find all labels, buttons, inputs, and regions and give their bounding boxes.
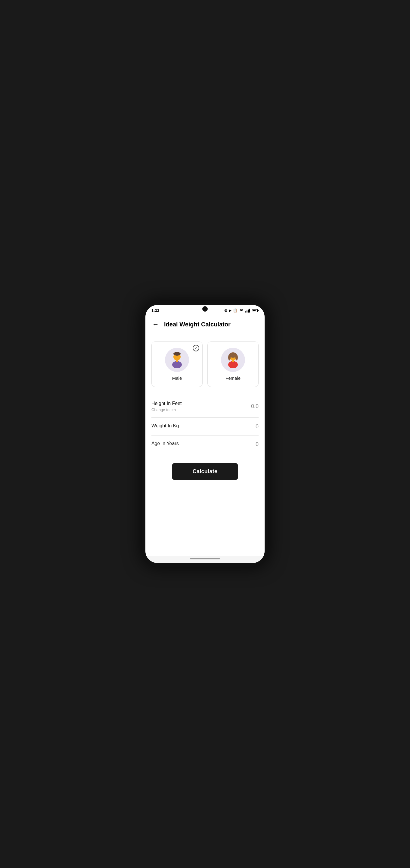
- height-label: Height In Feet: [151, 401, 182, 406]
- signal-icon: [245, 308, 250, 313]
- battery-icon: [252, 309, 259, 312]
- home-indicator: [145, 556, 265, 563]
- male-checkmark: ✓: [193, 345, 199, 351]
- weight-label-group: Weight In Kg: [151, 423, 179, 430]
- weight-label: Weight In Kg: [151, 423, 179, 429]
- svg-point-1: [173, 352, 181, 355]
- calculate-button[interactable]: Calculate: [172, 463, 238, 480]
- female-label: Female: [226, 375, 241, 381]
- female-avatar: [221, 348, 245, 372]
- gender-female-card[interactable]: Female: [207, 341, 259, 387]
- svg-rect-9: [232, 360, 234, 362]
- checkmark-tick-icon: ✓: [195, 346, 198, 350]
- back-button[interactable]: ←: [150, 319, 161, 330]
- height-sublabel[interactable]: Change to cm: [151, 407, 182, 412]
- svg-point-8: [228, 361, 238, 368]
- settings-icon: ⚙: [224, 308, 228, 313]
- age-row[interactable]: Age In Years 0: [151, 435, 259, 453]
- svg-rect-3: [176, 360, 178, 362]
- gender-section: ✓: [151, 341, 259, 387]
- app-title: Ideal Weight Calculator: [164, 321, 231, 328]
- age-label: Age In Years: [151, 441, 179, 446]
- play-icon: ▶: [229, 309, 232, 313]
- height-label-group: Height In Feet Change to cm: [151, 401, 182, 412]
- height-value: 0.0: [251, 403, 259, 410]
- height-row[interactable]: Height In Feet Change to cm 0.0: [151, 396, 259, 418]
- svg-point-2: [172, 361, 182, 368]
- weight-value: 0: [255, 424, 259, 430]
- status-time: 1:33: [151, 308, 159, 313]
- wifi-icon: [239, 308, 244, 313]
- svg-point-7: [228, 354, 231, 361]
- weight-row[interactable]: Weight In Kg 0: [151, 418, 259, 435]
- phone-screen: 1:33 ⚙ ▶ 📋: [145, 305, 265, 563]
- status-icons: ⚙ ▶ 📋: [224, 308, 259, 313]
- age-label-group: Age In Years: [151, 441, 179, 447]
- back-arrow-icon: ←: [152, 321, 159, 328]
- main-content: ✓: [145, 334, 265, 556]
- svg-point-6: [235, 354, 238, 361]
- male-avatar: [165, 348, 189, 372]
- phone-frame: 1:33 ⚙ ▶ 📋: [142, 301, 268, 567]
- app-bar: ← Ideal Weight Calculator: [145, 315, 265, 334]
- time-display: 1:33: [151, 308, 159, 313]
- home-bar: [190, 558, 220, 559]
- gender-male-card[interactable]: ✓: [151, 341, 203, 387]
- male-label: Male: [172, 375, 182, 381]
- notch: [202, 306, 208, 312]
- age-value: 0: [255, 441, 259, 447]
- clipboard-icon: 📋: [233, 308, 238, 313]
